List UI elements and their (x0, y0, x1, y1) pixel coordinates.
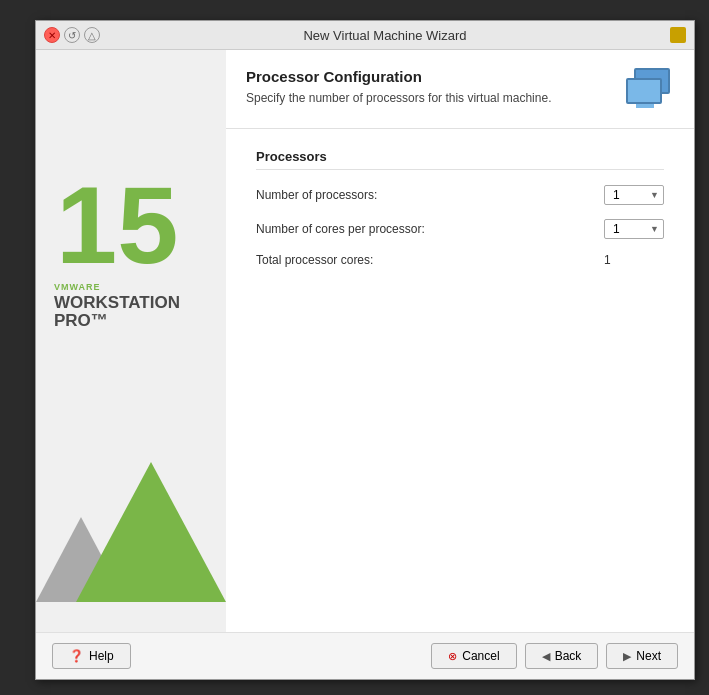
cores-select[interactable]: 1 2 4 8 (604, 219, 664, 239)
processor-icon (626, 68, 674, 116)
processors-row: Number of processors: 1 2 4 8 ▼ (256, 185, 664, 205)
dialog-title: Processor Configuration (246, 68, 616, 85)
help-label: Help (89, 649, 114, 663)
next-icon: ▶ (623, 650, 631, 663)
dialog-subtitle: Specify the number of processors for thi… (246, 91, 616, 105)
cancel-icon: ⊗ (448, 650, 457, 663)
total-cores-label: Total processor cores: (256, 253, 604, 267)
title-bar-decoration (670, 27, 686, 43)
dialog-window: ✕ ↺ △ New Virtual Machine Wizard 15 VMWA… (35, 20, 695, 680)
triangle-green-icon (76, 462, 226, 602)
section-title: Processors (256, 149, 664, 170)
dialog-header: Processor Configuration Specify the numb… (226, 50, 694, 129)
footer-right: ⊗ Cancel ◀ Back ▶ Next (431, 643, 678, 669)
cores-label: Number of cores per processor: (256, 222, 604, 236)
left-logo-panel: 15 VMWARE WORKSTATION PRO™ (36, 50, 226, 632)
vmware-label: VMWARE (54, 282, 101, 292)
monitor-front-icon (626, 78, 662, 104)
window-title: New Virtual Machine Wizard (303, 28, 466, 43)
help-button[interactable]: ❓ Help (52, 643, 131, 669)
header-text: Processor Configuration Specify the numb… (246, 68, 616, 105)
cancel-label: Cancel (462, 649, 499, 663)
title-bar-controls: ✕ ↺ △ (44, 27, 100, 43)
form-area: Processors Number of processors: 1 2 4 8… (226, 129, 694, 632)
dialog-footer: ❓ Help ⊗ Cancel ◀ Back ▶ Next (36, 632, 694, 679)
back-icon: ◀ (542, 650, 550, 663)
help-icon: ❓ (69, 649, 84, 663)
dialog-content: 15 VMWARE WORKSTATION PRO™ Processor Con… (36, 50, 694, 632)
back-label: Back (555, 649, 582, 663)
right-panel: Processor Configuration Specify the numb… (226, 50, 694, 632)
footer-left: ❓ Help (52, 643, 131, 669)
cancel-button[interactable]: ⊗ Cancel (431, 643, 516, 669)
version-number: 15 (56, 170, 178, 280)
processors-select-wrapper: 1 2 4 8 ▼ (604, 185, 664, 205)
total-cores-row: Total processor cores: 1 (256, 253, 664, 267)
workstation-label: WORKSTATION (54, 293, 180, 313)
processors-label: Number of processors: (256, 188, 604, 202)
maximize-button[interactable]: △ (84, 27, 100, 43)
cores-select-wrapper: 1 2 4 8 ▼ (604, 219, 664, 239)
next-label: Next (636, 649, 661, 663)
maximize-icon: △ (88, 30, 96, 41)
close-icon: ✕ (48, 30, 56, 41)
pro-label: PRO™ (54, 311, 108, 331)
next-button[interactable]: ▶ Next (606, 643, 678, 669)
title-bar: ✕ ↺ △ New Virtual Machine Wizard (36, 21, 694, 50)
minimize-button[interactable]: ↺ (64, 27, 80, 43)
processors-select[interactable]: 1 2 4 8 (604, 185, 664, 205)
back-button[interactable]: ◀ Back (525, 643, 599, 669)
close-button[interactable]: ✕ (44, 27, 60, 43)
minimize-icon: ↺ (68, 30, 76, 41)
cores-row: Number of cores per processor: 1 2 4 8 ▼ (256, 219, 664, 239)
total-cores-value: 1 (604, 253, 664, 267)
